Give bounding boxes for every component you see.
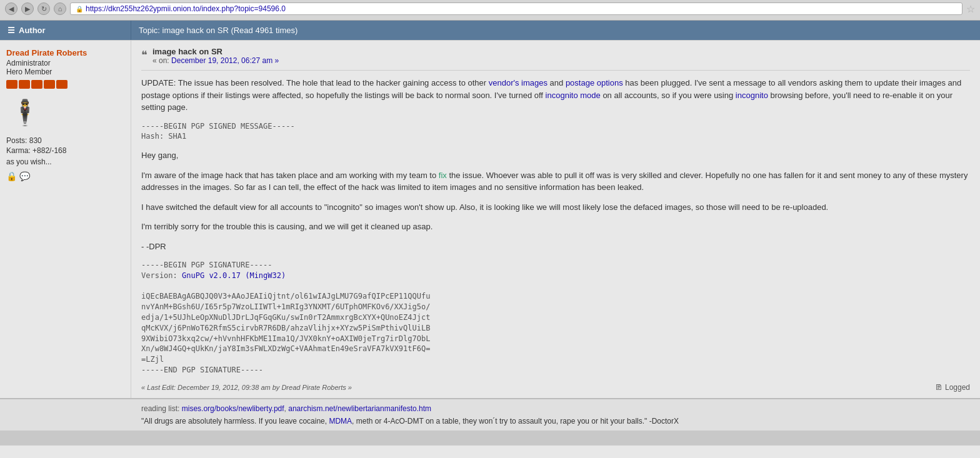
lock-icon: 🔒 (76, 6, 83, 12)
signature-area: reading list: mises.org/books/newliberty… (0, 399, 980, 431)
author-icons: 🔒 💬 (6, 171, 124, 181)
url-text: https://dkn255hz262ypmii.onion.to/index.… (86, 4, 286, 13)
postage-options-link: postage options (566, 78, 623, 87)
author-karma: Karma: +882/-168 (6, 146, 124, 155)
avatar-figure: 🕴 (9, 98, 41, 127)
post-content: ❝ image hack on SR « on: December 19, 20… (131, 41, 980, 398)
pgp-data-6: Xn/w8WJ4GQ+qUkKn/jaY8Im3sFWLXDzWgC+VAAhm… (141, 344, 970, 354)
karma-bar-3 (31, 80, 42, 89)
post-subject: image hack on SR (152, 47, 279, 56)
mdma-link: MDMA (329, 417, 352, 426)
logged-icon: 🖹 (935, 383, 942, 392)
avatar: 🕴 (6, 94, 44, 131)
karma-value: +882/-168 (32, 146, 66, 155)
author-posts: Posts: 830 (6, 136, 124, 145)
posts-label: Posts: (6, 136, 27, 145)
pgp-data-2: nvYAnM+BGsh6U/I65r5p7WzoLIIWTl+1mRIg3YNX… (141, 302, 970, 312)
header-topic-column: Topic: image hack on SR (Read 4961 times… (131, 21, 980, 40)
post-area: Dread Pirate Roberts Administrator Hero … (0, 40, 980, 398)
reading-label: reading list: (141, 404, 179, 413)
author-sidebar: Dread Pirate Roberts Administrator Hero … (0, 41, 131, 398)
post-body: UPDATE: The issue has been resolved. The… (141, 77, 970, 376)
last-edit: « Last Edit: December 19, 2012, 09:38 am… (141, 384, 352, 391)
reading-list: reading list: mises.org/books/newliberty… (141, 404, 970, 413)
greeting-paragraph: Hey gang, (141, 149, 970, 162)
header-bar: ☰ Author Topic: image hack on SR (Read 4… (0, 21, 980, 40)
reading-link-2[interactable]: anarchism.net/newlibertarianmanifesto.ht… (288, 404, 431, 413)
reload-button[interactable]: ↻ (38, 2, 50, 15)
header-author-label: Author (19, 26, 46, 35)
pgp-data-5: 9XWibiO73kxq2cw/+hVvnhHFKbME1Ima1Q/JVX0k… (141, 334, 970, 344)
home-button[interactable]: ⌂ (54, 2, 66, 15)
browser-nav: ◀ ▶ ↻ ⌂ 🔒 https://dkn255hz262ypmii.onion… (5, 2, 975, 15)
signature-dpr: - -DPR (141, 241, 970, 253)
post-footer: « Last Edit: December 19, 2012, 09:38 am… (141, 383, 970, 392)
bookmark-star[interactable]: ☆ (966, 3, 975, 15)
incognito-link: incognito (736, 91, 768, 100)
author-name[interactable]: Dread Pirate Roberts (6, 48, 124, 57)
pgp-signature-block: -----BEGIN PGP SIGNATURE----- Version: G… (141, 260, 970, 376)
karma-bar-4 (44, 80, 55, 89)
karma-bar-2 (19, 80, 30, 89)
update-paragraph: UPDATE: The issue has been resolved. The… (141, 77, 970, 114)
browser-chrome: ◀ ▶ ↻ ⌂ 🔒 https://dkn255hz262ypmii.onion… (0, 0, 980, 21)
post-header: ❝ image hack on SR « on: December 19, 20… (141, 47, 970, 71)
pm-icon[interactable]: 🔒 (6, 171, 17, 181)
back-button[interactable]: ◀ (5, 2, 18, 15)
header-author-column: ☰ Author (0, 21, 131, 40)
pgp-hash-line: Hash: SHA1 (141, 131, 970, 142)
pgp-data-4: qMcKVX/j6PnWoT62RfmS5cirvbR7R6DB/ahzaVli… (141, 323, 970, 334)
date-link[interactable]: December 19, 2012, 06:27 am » (171, 56, 279, 65)
body-paragraph-1: I'm aware of the image hack that has tak… (141, 169, 970, 194)
pgp-version-link: GnuPG v2.0.17 (MingW32) (182, 271, 286, 280)
author-rank: Hero Member (6, 67, 124, 76)
body-paragraph-2: I have switched the default view for all… (141, 201, 970, 214)
header-author-icon: ☰ (8, 26, 15, 35)
forward-button[interactable]: ▶ (21, 2, 34, 15)
posts-value: 830 (29, 136, 42, 145)
logged-indicator: 🖹 Logged (935, 383, 970, 392)
message-icon[interactable]: 💬 (19, 171, 30, 181)
forum-wrapper: ☰ Author Topic: image hack on SR (Read 4… (0, 21, 980, 446)
pgp-sig-end: -----END PGP SIGNATURE----- (141, 365, 970, 376)
pgp-data-3: edja/1+5UJhLeOpXNuDlJDrLJqFGqGKu/swIn0rT… (141, 312, 970, 323)
last-edit-text: « Last Edit: December 19, 2012, 09:38 am… (141, 384, 352, 391)
post-date: « on: December 19, 2012, 06:27 am » (152, 56, 279, 65)
post-quote-icon: ❝ (141, 48, 148, 62)
pgp-signed-block: -----BEGIN PGP SIGNED MESSAGE----- Hash:… (141, 121, 970, 142)
karma-label: Karma: (6, 146, 31, 155)
vendor-images-link: vendor's images (489, 78, 548, 87)
karma-bar-5 (56, 80, 68, 89)
pgp-version: Version: GnuPG v2.0.17 (MingW32) (141, 271, 970, 281)
pgp-data-7: =LZjl (141, 354, 970, 365)
body-paragraph-3: I'm terribly sorry for the trouble this … (141, 221, 970, 233)
topic-title: Topic: image hack on SR (Read 4961 times… (139, 26, 298, 35)
reading-link-1[interactable]: mises.org/books/newliberty.pdf (182, 404, 284, 413)
sig-quote: "All drugs are absolutely harmless. If y… (141, 417, 970, 426)
incognito-mode-link: incognito mode (546, 91, 601, 100)
fix-link: fix (439, 171, 447, 180)
karma-bar-1 (6, 80, 18, 89)
date-prefix: « on: (152, 56, 169, 65)
logged-label: Logged (945, 383, 970, 392)
pgp-sig-begin: -----BEGIN PGP SIGNATURE----- (141, 260, 970, 271)
post-title-section: image hack on SR « on: December 19, 2012… (152, 47, 279, 65)
pgp-data-1: iQEcBAEBAgAGBQJQ0V3+AAoJEAIiQjtnt/ol61wI… (141, 291, 970, 302)
address-bar[interactable]: 🔒 https://dkn255hz262ypmii.onion.to/inde… (70, 2, 962, 15)
pgp-begin-line: -----BEGIN PGP SIGNED MESSAGE----- (141, 121, 970, 132)
author-role: Administrator (6, 59, 124, 67)
author-motto: as you wish... (6, 157, 124, 166)
karma-bars (6, 80, 124, 89)
